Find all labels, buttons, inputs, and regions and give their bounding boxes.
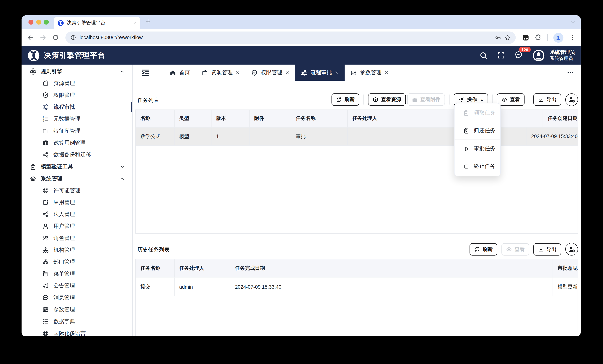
page-tab-close-icon[interactable] bbox=[236, 71, 240, 75]
sidebar-item[interactable]: 机构管理 bbox=[22, 244, 132, 256]
sidebar-item[interactable]: 特征库管理 bbox=[22, 125, 132, 137]
sidebar-group[interactable]: 模型验证工具 bbox=[22, 161, 132, 172]
minimize-window-button[interactable] bbox=[36, 20, 41, 25]
chevron-up-icon bbox=[120, 176, 125, 181]
new-tab-button[interactable] bbox=[145, 18, 151, 24]
sidebar-item[interactable]: 角色管理 bbox=[22, 232, 132, 244]
page-tab-close-icon[interactable] bbox=[384, 71, 388, 75]
column-header: 任务处理人 bbox=[348, 110, 543, 127]
sidebar-item[interactable]: 许可证管理 bbox=[22, 184, 132, 196]
sidebar-group[interactable]: 规则引擎 bbox=[22, 65, 132, 77]
refresh-icon bbox=[474, 246, 480, 252]
play-icon bbox=[463, 146, 470, 152]
history-view-button[interactable]: 查看 bbox=[501, 243, 529, 255]
sidebar-item[interactable]: 资源管理 bbox=[22, 77, 132, 89]
sidebar-item[interactable]: 123 元数据管理 bbox=[22, 113, 132, 125]
sidebar-item[interactable]: 用户管理 bbox=[22, 220, 132, 232]
view-button[interactable]: 查看 bbox=[497, 93, 524, 106]
forward-button[interactable] bbox=[40, 34, 46, 41]
sidebar-item-label: 公告管理 bbox=[53, 282, 75, 289]
swirl-favicon-icon bbox=[58, 20, 64, 26]
browser-tab[interactable]: 决策引擎管理平台 bbox=[54, 17, 140, 29]
reload-button[interactable] bbox=[52, 34, 59, 41]
app-logo bbox=[27, 49, 40, 62]
extension-shortcut-icon[interactable] bbox=[522, 34, 529, 41]
users-icon bbox=[42, 235, 49, 241]
ordered-list-icon: 123 bbox=[42, 116, 49, 122]
tab-search-icon[interactable] bbox=[571, 20, 575, 24]
action-menu-item[interactable]: 领取任务 bbox=[454, 104, 500, 122]
megaphone-icon bbox=[42, 283, 49, 289]
sidebar-item[interactable]: 数据字典 bbox=[22, 316, 132, 328]
table-row[interactable]: 提交admin2024-07-09 15:33:40模型更新 bbox=[136, 277, 578, 296]
back-button[interactable] bbox=[27, 34, 34, 41]
history-export-button[interactable]: 导出 bbox=[533, 243, 561, 255]
history-table-header: 任务名称任务处理人任务完成日期审批意见 bbox=[136, 259, 578, 277]
user-gear-icon bbox=[568, 96, 575, 103]
user-info[interactable]: 系统管理员 系统管理员 bbox=[550, 49, 575, 62]
sidebar-item[interactable]: 应用管理 bbox=[22, 196, 132, 208]
sidebar-item[interactable]: 数据备份和迁移 bbox=[22, 149, 132, 161]
sidebar-item-label: 机构管理 bbox=[53, 247, 75, 253]
sidebar-item[interactable]: 部门管理 bbox=[22, 256, 132, 268]
address-bar[interactable]: localhost:8080/#/re/workflow bbox=[65, 31, 516, 44]
copyright-icon bbox=[42, 187, 49, 194]
sidebar-item[interactable]: 权限管理 bbox=[22, 89, 132, 101]
site-info-icon[interactable] bbox=[70, 34, 76, 40]
sidebar-item[interactable]: 国际化多语言 bbox=[22, 328, 132, 336]
share-icon bbox=[42, 211, 49, 217]
sidebar-item[interactable]: 试算用例管理 bbox=[22, 137, 132, 148]
extensions-icon[interactable] bbox=[535, 34, 541, 41]
refresh-button[interactable]: 刷新 bbox=[332, 93, 359, 106]
history-refresh-button[interactable]: 刷新 bbox=[470, 243, 497, 255]
table-row[interactable]: 数学公式模型1审批2024-07-09 15:33:40 bbox=[136, 127, 578, 145]
more-tabs-icon[interactable] bbox=[567, 69, 574, 76]
sidebar-group-label: 系统管理 bbox=[41, 175, 62, 182]
history-column-settings-button[interactable] bbox=[565, 243, 578, 255]
table-cell: 模型更新 bbox=[553, 278, 578, 296]
page-tab[interactable]: 流程审批 bbox=[295, 65, 345, 81]
briefcase-icon bbox=[412, 97, 418, 102]
action-menu-item[interactable]: 审批任务 bbox=[454, 139, 500, 158]
bookmark-icon[interactable] bbox=[505, 34, 511, 40]
sidebar-collapse-icon[interactable] bbox=[141, 69, 149, 76]
table-cell: 提交 bbox=[136, 278, 174, 296]
sidebar-item[interactable]: 流程审批 bbox=[22, 101, 132, 113]
action-menu-item[interactable]: 归还任务 bbox=[454, 122, 500, 139]
column-settings-button[interactable] bbox=[565, 93, 578, 106]
page-tab[interactable]: 权限管理 bbox=[245, 65, 295, 81]
page-tab[interactable]: 首页 bbox=[164, 65, 196, 81]
password-manager-icon[interactable] bbox=[495, 34, 501, 40]
browser-menu-icon[interactable] bbox=[569, 34, 575, 40]
view-attachment-button[interactable]: 查看附件 bbox=[407, 93, 445, 106]
view-resource-button[interactable]: 查看资源 bbox=[368, 93, 406, 106]
zoom-window-button[interactable] bbox=[44, 20, 49, 25]
sidebar-item[interactable]: 消息管理 bbox=[22, 292, 132, 304]
suitcase-icon bbox=[42, 139, 49, 146]
refresh-icon bbox=[336, 97, 342, 102]
export-button[interactable]: 导出 bbox=[533, 93, 561, 106]
sidebar-item[interactable]: 菜单管理 bbox=[22, 268, 132, 280]
fullscreen-icon[interactable] bbox=[497, 52, 505, 59]
page-tab[interactable]: 资源管理 bbox=[196, 65, 245, 81]
url-text[interactable]: localhost:8080/#/re/workflow bbox=[80, 34, 492, 40]
action-menu-item[interactable]: 终止任务 bbox=[454, 158, 500, 175]
sidebar-item[interactable]: 参数管理 bbox=[22, 304, 132, 315]
search-icon[interactable] bbox=[480, 51, 488, 59]
sidebar-item[interactable]: 公告管理 bbox=[22, 280, 132, 292]
tab-close-icon[interactable] bbox=[133, 21, 137, 25]
page-tab-close-icon[interactable] bbox=[335, 71, 339, 75]
main-area: 首页 资源管理 权限管理 bbox=[133, 65, 581, 336]
messages-button[interactable]: 120 bbox=[515, 50, 523, 60]
app-title: 决策引擎管理平台 bbox=[44, 50, 105, 60]
sidebar-item[interactable]: 法人管理 bbox=[22, 208, 132, 220]
sidebar-group[interactable]: 系统管理 bbox=[22, 172, 132, 184]
user-role: 系统管理员 bbox=[550, 56, 575, 62]
page-tab[interactable]: 参数管理 bbox=[345, 65, 394, 81]
page-tab-close-icon[interactable] bbox=[285, 71, 289, 75]
browser-window: 决策引擎管理平台 localhost:8080/#/re/workflow bbox=[22, 15, 581, 336]
table-cell bbox=[250, 128, 291, 145]
browser-profile-avatar[interactable] bbox=[553, 33, 563, 43]
close-window-button[interactable] bbox=[28, 20, 34, 25]
user-avatar[interactable] bbox=[532, 49, 545, 62]
